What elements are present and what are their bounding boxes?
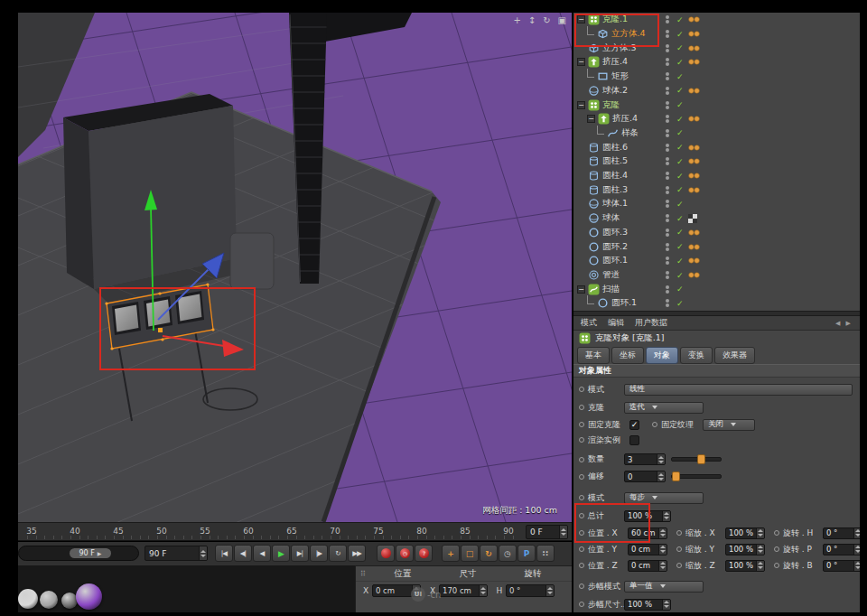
enabled-check-icon[interactable]: ✓ (676, 58, 684, 67)
previous-key-button[interactable]: ◀| (234, 545, 252, 562)
object-row[interactable]: 立方体.3✓ (573, 41, 860, 55)
dropdown[interactable]: 每步 (624, 492, 704, 504)
keyframe-dot-icon[interactable] (579, 422, 584, 427)
coord-rotation-value[interactable]: 0 ° (507, 586, 545, 595)
visibility-dots[interactable] (666, 285, 669, 294)
enabled-check-icon[interactable]: ✓ (676, 185, 684, 194)
visibility-dots[interactable] (666, 129, 669, 137)
current-frame-value[interactable]: 0 F (527, 527, 559, 537)
object-row[interactable]: 圆柱.6✓ (573, 140, 860, 154)
object-label[interactable]: 圆环.1 (602, 255, 628, 266)
tag-area[interactable] (688, 214, 697, 223)
object-manager[interactable]: −克隆.1✓立方体.4✓立方体.3✓−挤压.4✓矩形✓球体.2✓−克隆✓−挤压.… (573, 13, 860, 311)
object-row[interactable]: −克隆.1✓ (573, 13, 860, 27)
timeline-range-slider[interactable]: 90 F▶ (18, 546, 139, 561)
object-row[interactable]: 圆环.1✓ (573, 296, 860, 311)
record-parameter-toggle[interactable]: ◷ (499, 545, 517, 562)
tag-area[interactable] (688, 59, 700, 65)
coord-size-field[interactable]: 170 cm (439, 584, 488, 597)
tag-area[interactable] (688, 229, 700, 236)
object-label[interactable]: 扫描 (602, 284, 620, 295)
coord-position-value[interactable]: 0 cm (373, 586, 412, 595)
tag-area[interactable] (688, 88, 700, 94)
keyframe-dot-icon[interactable] (579, 474, 584, 480)
toggle-views-icon[interactable]: ▣ (558, 15, 566, 25)
object-label[interactable]: 圆柱.4 (602, 170, 628, 182)
object-label[interactable]: 克隆 (602, 99, 620, 111)
end-frame-field[interactable]: 90 F (144, 546, 208, 561)
current-frame-field[interactable]: 0 F (526, 525, 568, 539)
value-field[interactable]: 60 cm (628, 527, 667, 539)
tag-area[interactable] (688, 116, 700, 122)
field-value[interactable]: 0 cm (629, 545, 658, 554)
panel-grip-icon[interactable]: ⠿ (356, 570, 370, 578)
next-key-button[interactable]: |▶ (310, 545, 328, 562)
stepper-arrows[interactable] (662, 600, 670, 610)
value-field[interactable]: 100 % (624, 599, 671, 611)
visibility-dots[interactable] (666, 72, 669, 80)
stepper-arrows[interactable] (545, 585, 554, 596)
tag-area[interactable] (688, 187, 700, 193)
visibility-dots[interactable] (666, 15, 669, 23)
visibility-dots[interactable] (666, 101, 669, 109)
object-row[interactable]: 圆柱.5✓ (573, 154, 860, 169)
object-label[interactable]: 圆环.1 (611, 297, 637, 309)
stepper-arrows[interactable] (853, 561, 860, 571)
value-field[interactable]: 3 (624, 453, 666, 465)
object-row[interactable]: 圆环.3✓ (573, 226, 860, 240)
stepper-arrows[interactable] (559, 526, 567, 538)
enabled-check-icon[interactable]: ✓ (676, 72, 684, 81)
value-field[interactable]: 0 cm (628, 560, 667, 572)
visibility-dots[interactable] (666, 172, 669, 180)
object-row[interactable]: 圆柱.3✓ (573, 182, 860, 197)
keyframe-dot-icon[interactable] (774, 546, 779, 552)
visibility-dots[interactable] (666, 44, 669, 52)
visibility-dots[interactable] (666, 87, 669, 95)
gizmo-center[interactable] (158, 328, 163, 332)
tab-效果器[interactable]: 效果器 (714, 347, 755, 364)
viewport-3d[interactable]: +↕↻▣ 网格间距 : 100 cm (18, 13, 572, 522)
object-label[interactable]: 球体.1 (602, 198, 628, 210)
object-label[interactable]: 圆环.2 (602, 241, 628, 253)
checkbox[interactable]: ✓ (629, 420, 639, 430)
object-row[interactable]: −扫描✓ (573, 282, 860, 296)
field-value[interactable]: 100 % (625, 511, 662, 520)
checkbox[interactable] (629, 435, 639, 445)
enabled-check-icon[interactable]: ✓ (676, 299, 684, 308)
value-field[interactable]: 100 % (624, 510, 671, 522)
material-1[interactable] (18, 589, 38, 609)
value-field[interactable]: 100 % (725, 560, 765, 572)
menu-userdata[interactable]: 用户数据 (635, 317, 667, 329)
record-rotation-toggle[interactable]: ↻ (480, 545, 498, 562)
keyframe-dot-icon[interactable] (579, 546, 584, 552)
stepper-arrows[interactable] (657, 454, 665, 464)
stepper-arrows[interactable] (479, 585, 487, 596)
keyframe-dot-icon[interactable] (652, 422, 657, 427)
am-history-nav-icons[interactable]: ◀ ▶ (835, 320, 853, 327)
object-row[interactable]: 球体.1✓ (573, 197, 860, 211)
keyframe-dot-icon[interactable] (676, 546, 682, 552)
record-position-toggle[interactable]: + (442, 545, 460, 562)
field-value[interactable]: 0 cm (629, 561, 658, 570)
tab-坐标[interactable]: 坐标 (611, 347, 644, 364)
enabled-check-icon[interactable]: ✓ (676, 15, 684, 24)
visibility-dots[interactable] (666, 257, 669, 265)
tag-area[interactable] (688, 145, 700, 151)
object-label[interactable]: 克隆.1 (602, 14, 628, 25)
enabled-check-icon[interactable]: ✓ (676, 143, 684, 152)
keyframe-dot-icon[interactable] (579, 457, 584, 462)
dropdown[interactable]: 线性 (624, 384, 853, 396)
object-label[interactable]: 球体 (602, 212, 620, 224)
field-value[interactable]: 0 ° (824, 545, 853, 554)
play-button[interactable]: ▶ (272, 545, 290, 562)
value-field[interactable]: 0 ° (823, 560, 860, 572)
stepper-arrows[interactable] (756, 545, 764, 555)
stepper-arrows[interactable] (199, 546, 207, 560)
tag-area[interactable] (688, 244, 700, 250)
field-value[interactable]: 60 cm (629, 528, 658, 537)
object-label[interactable]: 矩形 (611, 70, 629, 82)
object-label[interactable]: 球体.2 (602, 85, 628, 97)
visibility-dots[interactable] (666, 30, 669, 38)
visibility-dots[interactable] (666, 200, 669, 208)
stepper-arrows[interactable] (853, 545, 860, 555)
